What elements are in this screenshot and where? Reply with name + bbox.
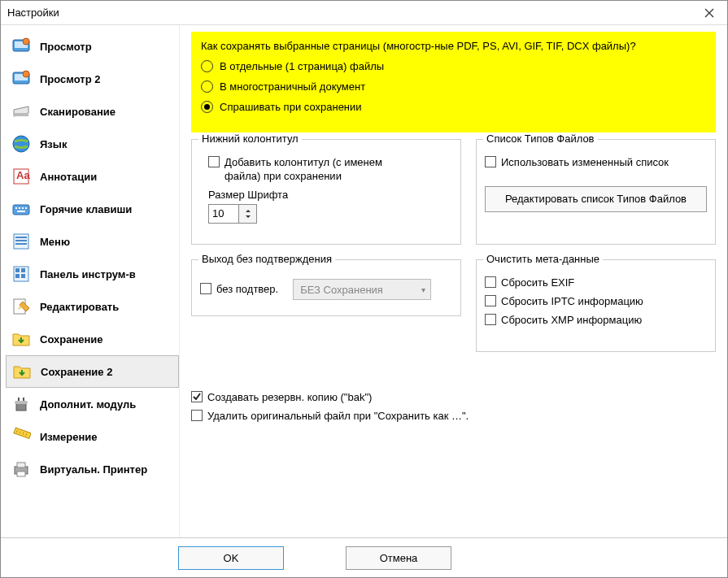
svg-rect-21 bbox=[15, 268, 20, 272]
font-size-label: Размер Шрифта bbox=[208, 189, 452, 201]
font-size-spinner[interactable] bbox=[208, 204, 257, 224]
svg-rect-28 bbox=[14, 428, 31, 438]
svg-text:Aa: Aa bbox=[16, 169, 30, 181]
svg-rect-14 bbox=[25, 207, 27, 209]
delete-original-checkbox[interactable] bbox=[191, 410, 203, 421]
sidebar-item-save2[interactable]: Сохранение 2 bbox=[6, 355, 179, 388]
font-size-input[interactable] bbox=[209, 205, 238, 223]
sidebar-item-label: Просмотр bbox=[40, 41, 92, 53]
create-backup-checkbox[interactable] bbox=[191, 391, 203, 402]
reset-iptc-label: Сбросить IPTC информацию bbox=[501, 295, 643, 309]
sidebar-item-view[interactable]: Просмотр bbox=[6, 30, 179, 63]
meta-group: Очистить мета-данные Сбросить EXIF Сброс… bbox=[476, 259, 716, 352]
sidebar-item-scan[interactable]: Сканирование bbox=[6, 95, 179, 128]
globe-icon bbox=[11, 133, 32, 154]
svg-rect-18 bbox=[15, 240, 27, 241]
button-label: Отмена bbox=[380, 552, 418, 564]
updown-icon bbox=[244, 208, 252, 219]
group-title: Нижний колонтитул bbox=[198, 133, 302, 145]
printer-icon bbox=[11, 458, 32, 480]
svg-rect-30 bbox=[17, 463, 25, 467]
cancel-button[interactable]: Отмена bbox=[346, 546, 451, 570]
edit-filetypes-button[interactable]: Редактировать список Типов Файлов bbox=[485, 186, 707, 212]
keyboard-icon bbox=[11, 198, 32, 219]
radio-icon bbox=[201, 60, 213, 72]
reset-xmp-label: Сбросить XMP информацию bbox=[501, 314, 642, 328]
radio-icon bbox=[201, 101, 213, 113]
radio-icon bbox=[201, 80, 213, 93]
group-title: Список Типов Файлов bbox=[483, 133, 598, 145]
radio-ask-on-save[interactable]: Спрашивать при сохранении bbox=[201, 101, 706, 113]
sidebar-item-menu[interactable]: Меню bbox=[6, 225, 179, 258]
sidebar-item-save[interactable]: Сохранение bbox=[6, 323, 179, 355]
sidebar-item-toolbar[interactable]: Панель инструм-в bbox=[6, 258, 179, 290]
plugin-icon bbox=[11, 393, 32, 415]
radio-label: В отдельные (1 страница) файлы bbox=[220, 60, 384, 72]
sidebar-item-label: Горячие клавиши bbox=[40, 203, 132, 215]
sidebar-item-language[interactable]: Язык bbox=[6, 128, 179, 160]
sidebar-item-label: Виртуальн. Принтер bbox=[40, 463, 147, 476]
sidebar-item-hotkeys[interactable]: Горячие клавиши bbox=[6, 193, 179, 225]
svg-point-7 bbox=[13, 136, 29, 152]
close-icon bbox=[704, 8, 714, 18]
svg-point-5 bbox=[23, 71, 29, 77]
create-backup-label: Создавать резервн. копию ("bak") bbox=[207, 391, 372, 405]
spinner-buttons[interactable] bbox=[238, 205, 256, 223]
window-title: Настройки bbox=[7, 7, 691, 19]
reset-exif-label: Сбросить EXIF bbox=[501, 276, 574, 290]
use-modified-list-checkbox[interactable] bbox=[485, 156, 496, 167]
sidebar-item-label: Дополнит. модуль bbox=[40, 398, 136, 411]
sidebar-item-plugin[interactable]: Дополнит. модуль bbox=[6, 388, 179, 420]
combo-value: БЕЗ Сохранения bbox=[300, 284, 383, 296]
radio-label: В многостраничный документ bbox=[220, 80, 365, 93]
reset-xmp-checkbox[interactable] bbox=[485, 314, 496, 325]
menu-icon bbox=[11, 231, 32, 252]
radio-label: Спрашивать при сохранении bbox=[220, 101, 362, 113]
svg-rect-24 bbox=[21, 274, 25, 278]
button-label: Редактировать список Типов Файлов bbox=[505, 193, 687, 205]
sidebar-item-label: Просмотр 2 bbox=[40, 73, 101, 85]
svg-rect-17 bbox=[15, 237, 27, 238]
add-footer-label: Добавить колонтитул (с именем файла) при… bbox=[225, 156, 420, 184]
exit-action-combo[interactable]: БЕЗ Сохранения ▾ bbox=[293, 279, 431, 300]
folder-save-icon bbox=[11, 328, 32, 350]
radio-separate-files[interactable]: В отдельные (1 страница) файлы bbox=[201, 60, 706, 72]
sidebar-item-annotations[interactable]: Aa Аннотации bbox=[6, 160, 179, 193]
svg-rect-10 bbox=[13, 205, 29, 215]
main-panel: Как сохранять выбранные страницы (многос… bbox=[180, 25, 727, 537]
annotation-icon: Aa bbox=[11, 166, 32, 187]
reset-iptc-checkbox[interactable] bbox=[485, 295, 496, 306]
sidebar-item-label: Язык bbox=[40, 138, 67, 150]
folder-save-icon bbox=[11, 361, 33, 382]
sidebar: Просмотр Просмотр 2 Сканирование Язык Aa… bbox=[1, 25, 180, 537]
sidebar-item-label: Сканирование bbox=[40, 106, 116, 118]
radio-multipage-doc[interactable]: В многостраничный документ bbox=[201, 80, 706, 93]
scanner-icon bbox=[11, 101, 32, 122]
group-title: Выход без подтверждения bbox=[198, 253, 335, 265]
sidebar-item-measure[interactable]: Измерение bbox=[6, 420, 179, 453]
no-confirm-checkbox[interactable] bbox=[200, 283, 211, 294]
sidebar-item-edit[interactable]: Редактировать bbox=[6, 290, 179, 323]
sidebar-item-view2[interactable]: Просмотр 2 bbox=[6, 63, 179, 95]
monitor-icon bbox=[11, 68, 32, 89]
monitor-icon bbox=[11, 36, 32, 57]
multipage-question: Как сохранять выбранные страницы (многос… bbox=[201, 40, 706, 52]
reset-exif-checkbox[interactable] bbox=[485, 276, 496, 288]
svg-rect-11 bbox=[15, 207, 17, 209]
svg-point-2 bbox=[23, 38, 29, 45]
sidebar-item-label: Редактировать bbox=[40, 301, 119, 313]
use-modified-list-label: Использовать измененный список bbox=[501, 156, 669, 170]
close-button[interactable] bbox=[691, 1, 727, 25]
group-title: Очистить мета-данные bbox=[483, 253, 603, 265]
chevron-down-icon: ▾ bbox=[421, 285, 425, 294]
sidebar-item-label: Аннотации bbox=[40, 171, 97, 183]
filetypes-group: Список Типов Файлов Использовать изменен… bbox=[476, 139, 716, 245]
svg-rect-27 bbox=[15, 401, 28, 404]
sidebar-item-vprinter[interactable]: Виртуальн. Принтер bbox=[6, 453, 179, 485]
ok-button[interactable]: OK bbox=[178, 546, 284, 570]
button-label: OK bbox=[224, 552, 239, 564]
no-confirm-label: без подтвер. bbox=[216, 283, 278, 297]
sidebar-item-label: Меню bbox=[40, 236, 70, 248]
footer-group: Нижний колонтитул Добавить колонтитул (с… bbox=[191, 139, 461, 245]
add-footer-checkbox[interactable] bbox=[208, 156, 220, 167]
